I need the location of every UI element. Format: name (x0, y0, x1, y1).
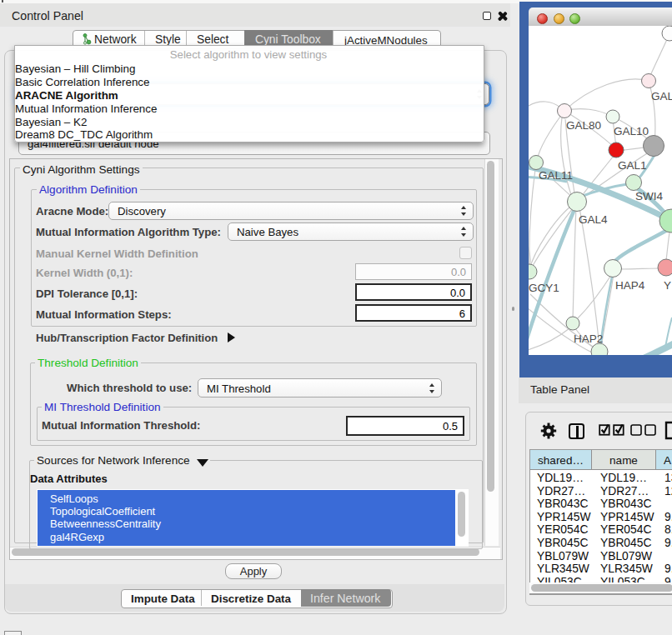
svg-text:GAL1: GAL1 (618, 159, 647, 172)
svg-text:SWI4: SWI4 (635, 190, 663, 202)
svg-text:GAL7: GAL7 (651, 90, 672, 102)
svg-text:GCY1: GCY1 (529, 282, 559, 294)
svg-text:HAP4: HAP4 (615, 279, 645, 292)
svg-text:GAL80: GAL80 (566, 119, 601, 132)
svg-text:GAL4: GAL4 (579, 213, 608, 226)
svg-text:Y: Y (664, 279, 671, 292)
svg-text:GAL11: GAL11 (539, 169, 573, 182)
svg-text:GAL10: GAL10 (614, 125, 649, 138)
svg-text:HAP2: HAP2 (574, 332, 603, 345)
